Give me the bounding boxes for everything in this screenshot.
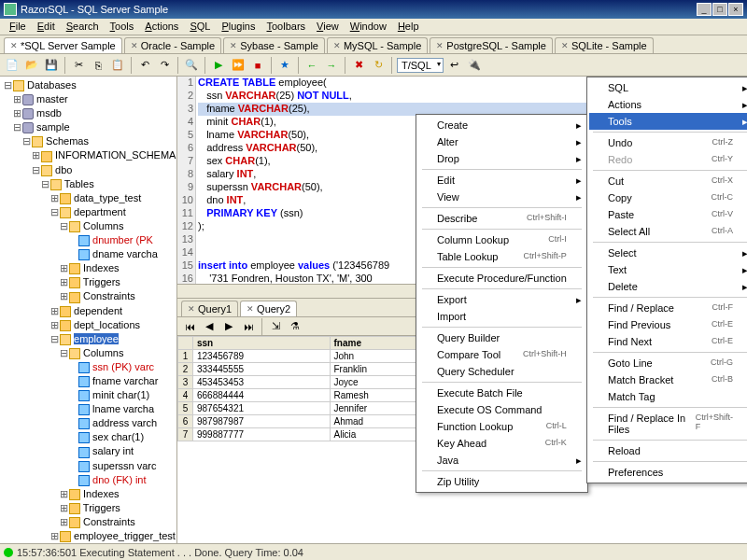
menu-item[interactable]: View (418, 189, 585, 205)
menu-item[interactable]: Key AheadCtrl-K (418, 435, 585, 452)
menu-item[interactable]: Goto LineCtrl-G (589, 355, 747, 371)
close-tab-icon[interactable]: ✕ (247, 304, 254, 314)
close-tab-icon[interactable]: ✕ (188, 304, 195, 314)
menu-item[interactable]: Alter (418, 133, 585, 150)
menu-toolbars[interactable]: Toolbars (261, 19, 312, 35)
close-tab-icon[interactable]: ✕ (131, 41, 138, 50)
menu-item[interactable]: Find / ReplaceCtrl-F (589, 300, 747, 316)
execute-all-icon[interactable]: ⏩ (230, 57, 247, 74)
menu-item[interactable]: Edit (418, 172, 585, 189)
menu-item[interactable]: CutCtrl-X (589, 173, 747, 189)
menu-item[interactable]: PasteCtrl-V (589, 206, 747, 223)
tree-node[interactable]: ⊞ Indexes (2, 487, 175, 501)
new-icon[interactable]: 📄 (4, 57, 21, 74)
menu-window[interactable]: Window (345, 19, 392, 35)
tree-node[interactable]: sex char(1) (2, 430, 175, 444)
tree-node[interactable]: ⊟ Tables (2, 177, 175, 191)
next-icon[interactable]: ▶ (220, 318, 237, 335)
first-icon[interactable]: ⏮ (181, 318, 198, 335)
tree-node[interactable]: ⊟ sample (2, 120, 175, 134)
tree-node[interactable]: ⊟ Schemas (2, 134, 175, 148)
tree-node[interactable]: salary int (2, 444, 175, 458)
menu-item[interactable]: Tools (589, 113, 747, 130)
copy-icon[interactable]: ⎘ (90, 57, 106, 74)
menu-item[interactable]: Export (418, 291, 585, 308)
menu-item[interactable]: Find NextCtrl-E (589, 333, 747, 350)
menu-view[interactable]: View (311, 19, 345, 35)
tree-node[interactable]: ssn (PK) varc (2, 360, 175, 374)
open-icon[interactable]: 📂 (23, 57, 40, 74)
tree-node[interactable]: ⊞ employee_trigger_test (2, 529, 175, 543)
menu-item[interactable]: CopyCtrl-C (589, 189, 747, 206)
filter-icon[interactable]: ⚗ (287, 318, 303, 335)
prev-icon[interactable]: ◀ (201, 318, 218, 335)
close-tab-icon[interactable]: ✕ (333, 41, 341, 50)
nav-fwd-icon[interactable]: → (323, 57, 340, 74)
tree-node[interactable]: ⊟ dbo (2, 163, 175, 177)
maximize-button[interactable]: □ (712, 3, 727, 16)
close-button[interactable]: × (728, 3, 743, 16)
menu-search[interactable]: Search (61, 19, 105, 35)
menu-item[interactable]: RedoCtrl-Y (589, 151, 747, 168)
editor-context-menu[interactable]: SQLActionsToolsUndoCtrl-ZRedoCtrl-YCutCt… (586, 77, 747, 483)
file-tab[interactable]: ✕MySQL - Sample (327, 37, 428, 53)
tree-node[interactable]: fname varchar (2, 374, 175, 388)
menu-item[interactable]: Find PreviousCtrl-E (589, 316, 747, 333)
query-tab[interactable]: ✕Query1 (181, 301, 238, 316)
grid-header[interactable] (178, 337, 193, 350)
cut-icon[interactable]: ✂ (70, 57, 87, 74)
menu-item[interactable]: Import (418, 308, 585, 325)
menu-file[interactable]: File (4, 19, 32, 35)
file-tab[interactable]: ✕*SQL Server Sample (4, 37, 122, 53)
tree-node[interactable]: ⊞ dependent (2, 304, 175, 318)
nav-back-icon[interactable]: ← (303, 57, 320, 74)
menu-item[interactable]: Query Builder (418, 329, 585, 346)
tree-node[interactable]: dname varcha (2, 247, 175, 261)
file-tab[interactable]: ✕PostgreSQL - Sample (430, 37, 553, 53)
menu-item[interactable]: Query Scheduler (418, 363, 585, 380)
file-tab[interactable]: ✕Oracle - Sample (124, 37, 221, 53)
tree-node[interactable]: ⊞ INFORMATION_SCHEMA (2, 148, 175, 162)
export-icon[interactable]: ⇲ (267, 318, 284, 335)
tree-node[interactable]: ⊞ msdb (2, 106, 175, 120)
close-tab-icon[interactable]: ✕ (230, 41, 237, 50)
menu-item[interactable]: Match Tag (589, 388, 747, 405)
find-icon[interactable]: 🔍 (183, 57, 200, 74)
menu-item[interactable]: Preferences (589, 464, 747, 481)
language-combo[interactable]: T/SQL (397, 58, 444, 73)
menu-item[interactable]: Select AllCtrl-A (589, 223, 747, 240)
menu-item[interactable]: SQL (589, 79, 747, 96)
grid-header[interactable]: ssn (193, 337, 331, 350)
tree-node[interactable]: ⊞ master (2, 92, 175, 106)
paste-icon[interactable]: 📋 (109, 57, 126, 74)
menu-item[interactable]: Function LookupCtrl-L (418, 418, 585, 435)
menu-actions[interactable]: Actions (139, 19, 184, 35)
close-tab-icon[interactable]: ✕ (436, 41, 444, 50)
close-tab-icon[interactable]: ✕ (561, 41, 569, 50)
menu-help[interactable]: Help (392, 19, 425, 35)
file-tab[interactable]: ✕SQLite - Sample (555, 37, 654, 53)
menu-item[interactable]: Match BracketCtrl-B (589, 371, 747, 388)
tree-node[interactable]: ⊟ Columns (2, 346, 175, 360)
fav-icon[interactable]: ★ (276, 57, 293, 74)
tree-node[interactable]: superssn varc (2, 459, 175, 473)
menu-item[interactable]: Delete (589, 278, 747, 295)
minimize-button[interactable]: _ (697, 3, 712, 16)
tree-node[interactable]: ⊞ Triggers (2, 275, 175, 289)
last-icon[interactable]: ⏭ (240, 318, 257, 335)
menu-item[interactable]: Execute Batch File (418, 385, 585, 401)
tree-node[interactable]: ⊟ department (2, 205, 175, 219)
tools-submenu[interactable]: CreateAlterDropEditViewDescribeCtrl+Shif… (416, 114, 588, 493)
close-tab-icon[interactable]: ✕ (10, 41, 18, 50)
redo-icon[interactable]: ↷ (156, 57, 173, 74)
tree-node[interactable]: dno (FK) int (2, 473, 175, 487)
menu-item[interactable]: UndoCtrl-Z (589, 134, 747, 151)
menu-item[interactable]: Zip Utility (418, 473, 585, 490)
undo-icon[interactable]: ↶ (136, 57, 153, 74)
query-tab[interactable]: ✕Query2 (240, 301, 297, 316)
tree-node[interactable]: ⊞ Indexes (2, 261, 175, 275)
tree-node[interactable]: ⊟ employee (2, 332, 175, 346)
menu-item[interactable]: Actions (589, 96, 747, 113)
connect-icon[interactable]: 🔌 (466, 57, 483, 74)
menu-item[interactable]: Execute OS Command (418, 401, 585, 418)
